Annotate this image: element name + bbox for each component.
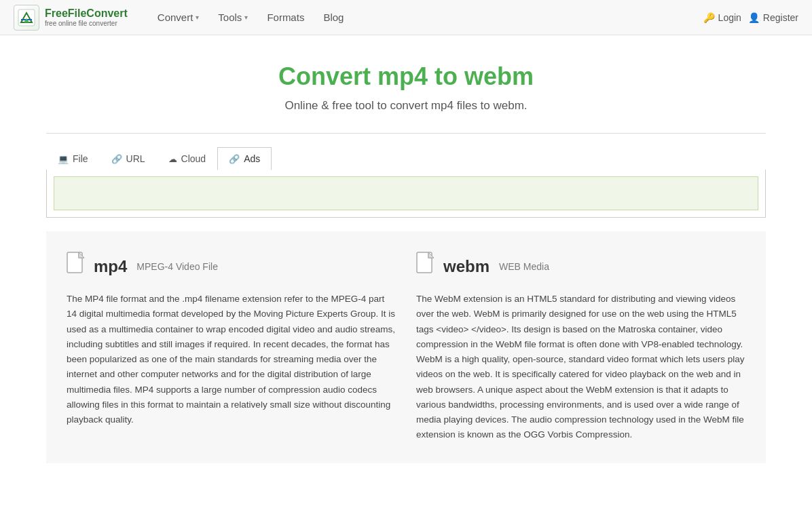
- login-button[interactable]: 🔑 Login: [703, 12, 741, 23]
- nav-link-tools[interactable]: Tools ▾: [208, 0, 257, 35]
- register-button[interactable]: 👤 Register: [748, 12, 798, 23]
- nav-link-formats[interactable]: Formats: [257, 0, 314, 35]
- mp4-info-text: The MP4 file format and the .mp4 filenam…: [67, 292, 396, 427]
- tab-ads[interactable]: 🔗 Ads: [217, 147, 272, 170]
- divider: [46, 133, 766, 134]
- nav-link-convert[interactable]: Convert ▾: [148, 0, 209, 35]
- upload-container: [46, 170, 766, 218]
- main-content: Convert mp4 to webm Online & free tool t…: [33, 35, 779, 477]
- info-sections: mp4 MPEG-4 Video File The MP4 file forma…: [46, 231, 766, 463]
- webm-info-section: webm WEB Media The WebM extension is an …: [416, 252, 745, 443]
- logo-icon: [14, 5, 39, 31]
- ads-tab-icon: 🔗: [229, 154, 240, 164]
- cloud-tab-icon: ☁: [168, 154, 177, 164]
- tab-url[interactable]: 🔗 URL: [100, 147, 157, 170]
- tools-caret-icon: ▾: [244, 14, 248, 21]
- file-tab-icon: 💻: [58, 154, 69, 164]
- tab-cloud[interactable]: ☁ Cloud: [157, 147, 218, 170]
- nav-item-formats: Formats: [257, 0, 314, 35]
- webm-file-icon: [416, 252, 437, 281]
- nav-item-tools: Tools ▾: [208, 0, 257, 35]
- nav-item-blog: Blog: [314, 0, 353, 35]
- page-subtitle: Online & free tool to convert mp4 files …: [46, 99, 766, 113]
- upload-box[interactable]: [54, 176, 758, 210]
- brand-logo[interactable]: FreeFileConvert free online file convert…: [14, 5, 128, 31]
- nav-item-convert: Convert ▾: [148, 0, 209, 35]
- brand-text: FreeFileConvert free online file convert…: [45, 7, 128, 27]
- page-title: Convert mp4 to webm: [46, 62, 766, 91]
- main-nav: Convert ▾ Tools ▾ Formats Blog: [148, 0, 703, 35]
- navbar-right: 🔑 Login 👤 Register: [703, 12, 798, 23]
- register-icon: 👤: [748, 12, 760, 23]
- navbar: FreeFileConvert free online file convert…: [0, 0, 812, 35]
- url-tab-icon: 🔗: [111, 154, 122, 164]
- tab-file[interactable]: 💻 File: [46, 147, 100, 170]
- convert-caret-icon: ▾: [196, 14, 199, 21]
- webm-header: webm WEB Media: [416, 252, 745, 281]
- nav-link-blog[interactable]: Blog: [314, 0, 353, 35]
- webm-info-text: The WebM extension is an HTML5 standard …: [416, 292, 745, 443]
- mp4-info-section: mp4 MPEG-4 Video File The MP4 file forma…: [67, 252, 396, 443]
- mp4-file-icon: [67, 252, 87, 281]
- login-icon: 🔑: [703, 12, 715, 23]
- tabs-container: 💻 File 🔗 URL ☁ Cloud 🔗 Ads: [46, 147, 766, 170]
- mp4-header: mp4 MPEG-4 Video File: [67, 252, 396, 281]
